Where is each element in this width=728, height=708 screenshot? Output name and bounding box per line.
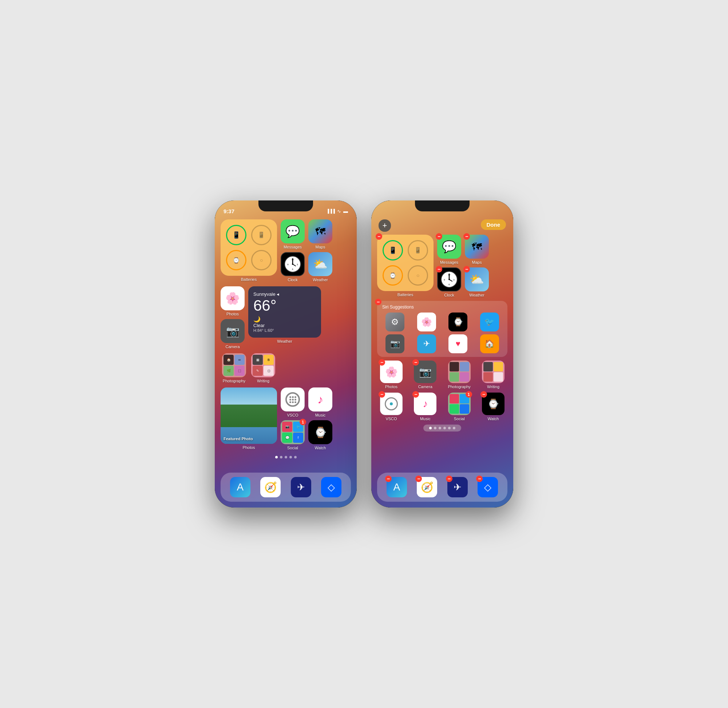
vsco-wrapper[interactable]: VSCO (280, 387, 305, 417)
clock-face-svg: 12 3 6 9 (283, 255, 302, 273)
edit-social2-container: 1 (448, 393, 471, 415)
svg-point-11 (449, 279, 450, 280)
weather-icon-wrapper[interactable]: ⛅ Weather (308, 252, 332, 282)
maps-icon: 🗺 (308, 219, 332, 244)
maps-remove[interactable]: − (464, 233, 470, 240)
camera-label: Camera (225, 345, 240, 349)
edit-camera2-symbol: 📷 (419, 366, 432, 378)
watch-icon-small: ⌚ (232, 257, 240, 264)
siri-twitterrific[interactable]: 🐦 (475, 312, 504, 331)
clock-icon: 12 3 6 9 (280, 252, 305, 276)
edit-social2-label: Social (454, 416, 465, 421)
watch-wrapper[interactable]: ⌚ Watch (308, 420, 332, 450)
watchface-symbol: ⌚ (453, 317, 463, 327)
writing-folder-wrapper[interactable]: ▦ B ✎ ◻ Writing (251, 353, 275, 383)
music-wrapper[interactable]: ♪ Music (308, 387, 332, 417)
edit-maps-wrapper[interactable]: 🗺 − Maps (465, 235, 489, 264)
maps-icon-wrapper[interactable]: 🗺 Maps (308, 219, 332, 249)
messages-icon-wrapper[interactable]: 💬 Messages (280, 219, 305, 249)
watch-face: ⌚ (314, 427, 327, 438)
siri-telegram[interactable]: ✈ (413, 334, 441, 353)
edit-writing2-label: Writing (487, 384, 500, 389)
vsco-remove[interactable]: − (379, 391, 385, 398)
done-button[interactable]: Done (481, 219, 506, 230)
edit-photos-wrapper[interactable]: 🌸 − Photos (380, 361, 403, 389)
vsco-dot (289, 396, 291, 398)
edit-camera2-wrapper[interactable]: 📷 − Camera (414, 361, 436, 389)
photos-camera-col: 🌸 Photos 📷 Camera (221, 286, 245, 349)
watchface-icon: ⌚ (449, 312, 467, 331)
edit-iphone-icon: 📱 (389, 246, 397, 254)
messages-bubble: 💬 (285, 225, 300, 238)
vsco-icon (280, 387, 305, 412)
photo-mini-4 (460, 372, 469, 382)
edit-music2-wrapper[interactable]: ♪ − Music (414, 393, 436, 421)
siri-health[interactable]: ♥ (444, 334, 472, 353)
phone-2: + Done 9:37 📱 (371, 200, 513, 508)
phone-icon-2: 📱 (258, 231, 265, 238)
weather-label-row2: Weather (313, 278, 328, 282)
siri-settings[interactable]: ⚙ (381, 312, 410, 331)
weather-emoji: ⛅ (313, 257, 328, 271)
siri-camera[interactable]: 📷 (381, 334, 410, 353)
page-dot-4 (289, 456, 292, 458)
add-widget-button[interactable]: + (379, 219, 391, 232)
edit-maps-container: 🗺 − (465, 235, 489, 259)
music-note: ♪ (317, 393, 323, 406)
edit-writing2-wrapper[interactable]: Writing (482, 361, 504, 389)
writing-label: Writing (257, 379, 269, 383)
messages-remove[interactable]: − (436, 233, 442, 240)
edit-clock-weather: 12 3 6 9 − Clock (437, 267, 489, 297)
battery-remove-badge[interactable]: − (376, 233, 382, 240)
home-symbol: 🏠 (484, 339, 494, 348)
watch-remove[interactable]: − (481, 391, 487, 398)
edit-music2-label: Music (420, 416, 431, 421)
photos-app-wrapper[interactable]: 🌸 Photos (221, 286, 245, 316)
siri-watchface[interactable]: ⌚ (444, 312, 472, 331)
edit-photography2-wrapper[interactable]: Photography (448, 361, 470, 389)
vsco-blue-dot (390, 402, 393, 405)
clock-remove[interactable]: − (436, 266, 442, 273)
edit-camera2-container: 📷 − (414, 361, 436, 383)
siri-remove[interactable]: − (375, 299, 381, 305)
vsco-dot (289, 399, 291, 400)
edit-watch2-wrapper[interactable]: ⌚ − Watch (482, 393, 504, 421)
social-watch-row: 📷 🐦 💬 f 1 Social ⌚ (280, 420, 332, 450)
social-badge-2: 1 (466, 391, 472, 398)
photography-folder-wrapper[interactable]: 🏠 ∞ 🌿 ⬚ Photography (222, 353, 246, 383)
vsco-dot (295, 401, 296, 403)
edit-battery-wrapper: 📱 📱 ⌚ (377, 235, 433, 291)
edit-apps-col: 💬 − Messages 🗺 − (437, 235, 489, 297)
edit-battery-item-1: 📱 (381, 239, 404, 261)
edit-messages-wrapper[interactable]: 💬 − Messages (437, 235, 461, 264)
writing-mini-c (483, 372, 493, 382)
battery-circle-2: 📱 (251, 225, 272, 245)
weather-remove[interactable]: − (464, 266, 470, 273)
siri-photos[interactable]: 🌸 (413, 312, 441, 331)
writing-mini-b (494, 362, 503, 371)
edit-social2-wrapper[interactable]: 1 Social (448, 393, 471, 421)
edit-page-dots-container (377, 425, 507, 431)
writing-mini-2: B (263, 355, 274, 365)
edit-weather-container: ⛅ − (465, 267, 489, 292)
edit-clock-container: 12 3 6 9 − (437, 267, 461, 292)
messages-maps-row: 💬 Messages 🗺 Maps (280, 219, 332, 249)
edit-weather-wrapper[interactable]: ⛅ − Weather (465, 267, 489, 297)
siri-home[interactable]: 🏠 (475, 334, 504, 353)
social-wa: 💬 (282, 432, 292, 443)
edit-messages-maps: 💬 − Messages 🗺 − (437, 235, 489, 264)
edit-dot-5 (448, 427, 450, 429)
writing-mini-3: ✎ (253, 366, 263, 376)
telegram-symbol: ✈ (423, 339, 430, 348)
clock-icon-wrapper[interactable]: 12 3 6 9 Clock (280, 252, 305, 282)
edit-clock-label: Clock (444, 293, 454, 297)
second-row: 🌸 Photos 📷 Camera Sunnyvale ◂ (221, 286, 351, 349)
social-wrapper[interactable]: 📷 🐦 💬 f 1 Social (280, 420, 305, 450)
edit-apps-row1: 🌸 − Photos 📷 − Camera (377, 361, 507, 389)
edit-vsco2-wrapper[interactable]: − VSCO (380, 393, 403, 421)
edit-clock-wrapper[interactable]: 12 3 6 9 − Clock (437, 267, 461, 297)
featured-photo-widget: Featured Photo (221, 387, 277, 444)
camera-app-wrapper[interactable]: 📷 Camera (221, 319, 245, 349)
photography-folder-icon: 🏠 ∞ 🌿 ⬚ (222, 353, 246, 377)
photos-remove[interactable]: − (379, 359, 385, 366)
